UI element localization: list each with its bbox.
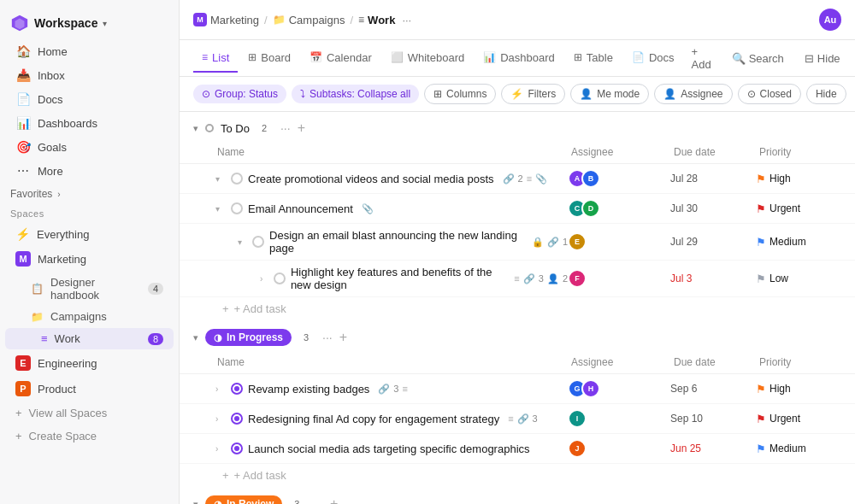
everything-icon: ⚡: [15, 227, 30, 241]
inprogress-add-task[interactable]: + + Add task: [180, 464, 855, 487]
sidebar-create-space[interactable]: + Create Space: [5, 425, 174, 447]
hide-button[interactable]: ⊟ Hide: [798, 47, 847, 70]
todo-col-assignee: Assignee: [568, 144, 670, 160]
todo-more-icon[interactable]: ···: [280, 121, 291, 135]
breadcrumb-marketing-label: Marketing: [210, 14, 259, 26]
filter-closed[interactable]: ⊙ Closed: [738, 84, 801, 104]
todo-col-priority: Priority: [756, 144, 841, 160]
sidebar-item-dashboards[interactable]: 📊 Dashboards: [5, 112, 174, 134]
task-collapse-icon: ›: [215, 444, 226, 454]
sidebar-item-work[interactable]: ≡ Work 8: [5, 328, 174, 349]
task-avatars: J: [568, 439, 670, 458]
work-badge: 8: [148, 333, 163, 345]
tab-list-label: List: [212, 51, 229, 64]
inreview-add-icon[interactable]: +: [330, 496, 338, 504]
inprogress-more-icon[interactable]: ···: [322, 331, 333, 344]
sidebar-item-product[interactable]: P Product: [5, 377, 174, 401]
tab-list[interactable]: ≡ List: [193, 44, 238, 73]
table-row[interactable]: › Redesigning final Ad copy for engageme…: [180, 404, 855, 434]
breadcrumb-marketing[interactable]: M Marketing: [193, 13, 259, 26]
work-icon: ≡: [41, 332, 48, 345]
link-icon: 🔗: [523, 273, 535, 284]
filter-columns[interactable]: ⊞ Columns: [424, 84, 496, 104]
sidebar-work-label: Work: [55, 332, 80, 345]
group-inreview-header[interactable]: ▾ ◑ In Review 3 ··· +: [180, 487, 855, 504]
avatar: I: [568, 409, 587, 428]
ip-col-name: Name: [214, 355, 568, 370]
tab-calendar[interactable]: 📅 Calendar: [301, 44, 380, 73]
task-meta: ≡ 🔗3 👤2: [514, 273, 568, 284]
task-collapse-icon: ›: [215, 384, 226, 394]
tab-whiteboard[interactable]: ⬜ Whiteboard: [382, 44, 473, 73]
designer-handbook-icon: 📋: [31, 283, 44, 295]
inreview-more-icon[interactable]: ···: [313, 497, 323, 504]
breadcrumb-campaigns[interactable]: 📁 Campaigns: [273, 14, 345, 26]
tabs-bar: ≡ List ⊞ Board 📅 Calendar ⬜ Whiteboard 📊…: [180, 40, 855, 77]
sidebar-inbox-label: Inbox: [38, 69, 65, 82]
table-row[interactable]: › Revamp existing badges 🔗3 ≡ G H Sep 6 …: [180, 374, 855, 404]
sidebar-item-marketing[interactable]: M Marketing: [5, 247, 174, 271]
view-all-icon: +: [15, 407, 22, 419]
task-name: Redesigning final Ad copy for engagement…: [248, 413, 499, 425]
group-todo-header[interactable]: ▾ To Do 2 ··· +: [180, 112, 855, 141]
sidebar-view-all-spaces[interactable]: + View all Spaces: [5, 402, 174, 424]
avatar: E: [568, 232, 587, 251]
workspace-header[interactable]: Workspace ▾: [0, 7, 179, 39]
search-button[interactable]: 🔍 Search: [725, 47, 791, 70]
sidebar-item-home[interactable]: 🏠 Home: [5, 40, 174, 62]
tab-calendar-label: Calendar: [327, 51, 372, 64]
table-row[interactable]: › Launch social media ads targeting spec…: [180, 434, 855, 464]
due-date: Jul 28: [670, 173, 756, 185]
priority-flag-icon: ⚑: [756, 202, 766, 215]
sidebar-item-engineering[interactable]: E Engineering: [5, 351, 174, 375]
breadcrumb-work[interactable]: ≡ Work: [358, 14, 395, 26]
lock-icon: 🔒: [532, 237, 544, 248]
engineering-space-icon: E: [15, 355, 31, 371]
task-name-cell: ▾ Create promotional videos and social m…: [193, 173, 568, 185]
group-inprogress-header[interactable]: ▾ ◑ In Progress 3 ··· +: [180, 320, 855, 351]
task-name-cell: ▾ Email Announcement 📎: [193, 202, 568, 215]
tab-table[interactable]: ⊞ Table: [565, 44, 622, 73]
todo-add-task[interactable]: + + Add task: [180, 297, 855, 320]
filter-memode[interactable]: 👤 Me mode: [570, 84, 649, 104]
add-view-button[interactable]: + Add: [685, 40, 718, 76]
sidebar-item-goals[interactable]: 🎯 Goals: [5, 136, 174, 158]
task-content: ▾ To Do 2 ··· + Name Assignee Due date P…: [180, 112, 855, 504]
task-status-circle: [252, 236, 264, 248]
todo-add-icon[interactable]: +: [298, 120, 305, 136]
sidebar-item-campaigns[interactable]: 📁 Campaigns: [5, 307, 174, 326]
sidebar-item-inbox[interactable]: 📥 Inbox: [5, 64, 174, 86]
filter-filters[interactable]: ⚡ Filters: [501, 84, 565, 104]
table-row[interactable]: ▾ Email Announcement 📎 C D Jul 30 ⚑ Urge…: [180, 194, 855, 224]
filter-subtasks[interactable]: ⤵ Subtasks: Collapse all: [292, 85, 419, 103]
table-row[interactable]: ▾ Create promotional videos and social m…: [180, 164, 855, 194]
inprogress-columns-header: Name Assignee Due date Priority: [180, 351, 855, 374]
columns-label: Columns: [446, 88, 486, 100]
task-name: Highlight key features and benefits of t…: [291, 266, 505, 291]
inprogress-add-icon[interactable]: +: [339, 330, 347, 345]
task-name: Revamp existing badges: [248, 383, 369, 396]
task-collapse-icon: ›: [215, 414, 226, 424]
inreview-count: 3: [289, 496, 304, 504]
todo-status-dot: [205, 124, 214, 132]
avatar: F: [568, 269, 587, 288]
sidebar-item-everything[interactable]: ⚡ Everything: [5, 223, 174, 245]
columns-icon: ⊞: [433, 88, 442, 100]
sidebar-item-designer-handbook[interactable]: 📋 Designer handbook 4: [5, 273, 174, 305]
tab-board[interactable]: ⊞ Board: [239, 44, 299, 73]
filter-hide[interactable]: Hide: [806, 84, 846, 104]
favorites-section[interactable]: Favorites ›: [0, 183, 179, 202]
tab-dashboard[interactable]: 📊 Dashboard: [475, 44, 563, 73]
filter-assignee[interactable]: 👤 Assignee: [654, 84, 732, 104]
task-meta: ≡ 🔗3: [508, 413, 538, 425]
topbar-more-icon[interactable]: ···: [402, 14, 411, 26]
table-row[interactable]: › Highlight key features and benefits of…: [180, 261, 855, 297]
table-row[interactable]: ▾ Design an email blast announcing the n…: [180, 224, 855, 261]
sidebar-more-label: More: [38, 165, 63, 178]
filter-group-status[interactable]: ⊙ Group: Status: [193, 85, 286, 103]
avatar: D: [581, 199, 600, 218]
topbar-avatar: Au: [819, 9, 841, 31]
sidebar-item-more[interactable]: ⋯ More: [5, 160, 174, 182]
sidebar-item-docs[interactable]: 📄 Docs: [5, 88, 174, 110]
tab-docs[interactable]: 📄 Docs: [623, 44, 683, 73]
